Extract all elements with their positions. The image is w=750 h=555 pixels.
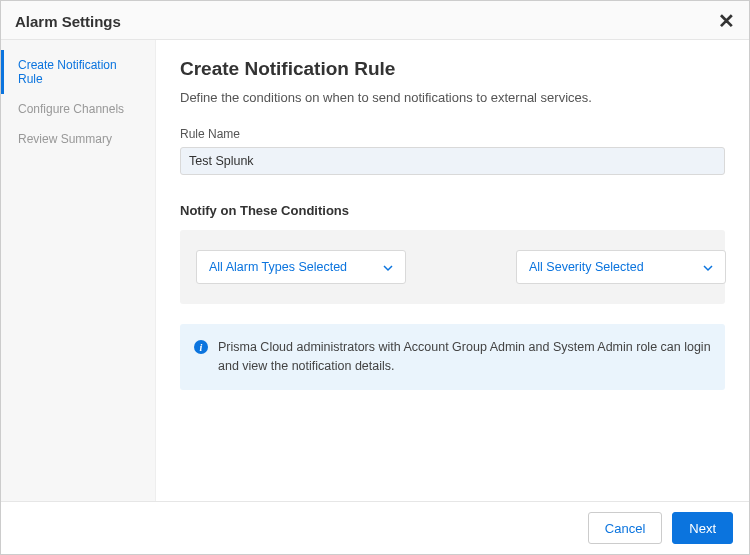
conditions-box: All Alarm Types Selected All Severity Se… bbox=[180, 230, 725, 304]
next-button[interactable]: Next bbox=[672, 512, 733, 544]
alarm-settings-dialog: Alarm Settings ✕ Create Notification Rul… bbox=[0, 0, 750, 555]
rule-name-label: Rule Name bbox=[180, 127, 725, 141]
cancel-button[interactable]: Cancel bbox=[588, 512, 662, 544]
severity-dropdown[interactable]: All Severity Selected bbox=[516, 250, 726, 284]
dialog-title: Alarm Settings bbox=[15, 13, 121, 30]
info-text: Prisma Cloud administrators with Account… bbox=[218, 338, 711, 376]
rule-name-input[interactable] bbox=[180, 147, 725, 175]
titlebar: Alarm Settings ✕ bbox=[1, 1, 749, 40]
conditions-label: Notify on These Conditions bbox=[180, 203, 725, 218]
sidebar-step-label: Configure Channels bbox=[18, 102, 124, 116]
sidebar-step-label: Review Summary bbox=[18, 132, 112, 146]
page-subtitle: Define the conditions on when to send no… bbox=[180, 90, 725, 105]
sidebar-step-label: Create Notification Rule bbox=[18, 58, 117, 86]
chevron-down-icon bbox=[383, 262, 393, 272]
severity-selected-text: All Severity Selected bbox=[529, 260, 644, 274]
close-icon[interactable]: ✕ bbox=[718, 11, 735, 31]
main-panel: Create Notification Rule Define the cond… bbox=[156, 40, 749, 501]
dialog-body: Create Notification Rule Configure Chann… bbox=[1, 40, 749, 501]
sidebar-step-create-rule[interactable]: Create Notification Rule bbox=[1, 50, 155, 94]
alarm-types-selected-text: All Alarm Types Selected bbox=[209, 260, 347, 274]
sidebar-step-configure-channels[interactable]: Configure Channels bbox=[1, 94, 155, 124]
page-heading: Create Notification Rule bbox=[180, 58, 725, 80]
dialog-footer: Cancel Next bbox=[1, 501, 749, 554]
info-banner: i Prisma Cloud administrators with Accou… bbox=[180, 324, 725, 390]
wizard-sidebar: Create Notification Rule Configure Chann… bbox=[1, 40, 156, 501]
info-icon: i bbox=[194, 340, 208, 354]
chevron-down-icon bbox=[703, 262, 713, 272]
alarm-types-dropdown[interactable]: All Alarm Types Selected bbox=[196, 250, 406, 284]
sidebar-step-review-summary[interactable]: Review Summary bbox=[1, 124, 155, 154]
